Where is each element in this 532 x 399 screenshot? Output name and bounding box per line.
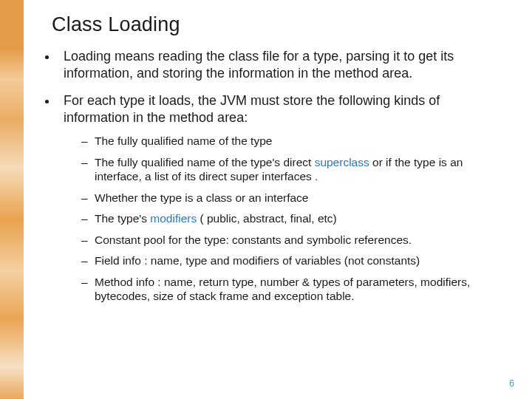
- sub-bullet-text: The fully qualified name of the type: [95, 134, 272, 147]
- sub-bullet-item: The type's modifiers ( public, abstract,…: [81, 211, 507, 226]
- sub-bullet-item: The fully qualified name of the type's d…: [81, 155, 507, 184]
- bullet-text: For each type it loads, the JVM must sto…: [64, 93, 440, 125]
- bullet-text: Loading means reading the class file for…: [64, 49, 454, 81]
- bullet-item: Loading means reading the class file for…: [58, 48, 507, 82]
- sub-bullet-text: The type's: [95, 212, 150, 225]
- slide: Class Loading Loading means reading the …: [0, 0, 532, 399]
- sub-bullet-item: Method info : name, return type, number …: [81, 275, 507, 304]
- sub-bullet-list: The fully qualified name of the type The…: [64, 134, 507, 304]
- sub-bullet-text: The fully qualified name of the type's d…: [95, 156, 315, 168]
- slide-title: Class Loading: [52, 13, 507, 36]
- sub-bullet-item: Field info : name, type and modifiers of…: [81, 253, 507, 268]
- sub-bullet-text: Constant pool for the type: constants an…: [95, 233, 412, 246]
- sub-bullet-text: Method info : name, return type, number …: [95, 276, 470, 303]
- bullet-item: For each type it loads, the JVM must sto…: [58, 92, 507, 304]
- sub-bullet-item: The fully qualified name of the type: [81, 134, 507, 149]
- sub-bullet-item: Whether the type is a class or an interf…: [81, 191, 507, 205]
- page-number: 6: [509, 378, 514, 389]
- keyword-superclass: superclass: [315, 156, 369, 168]
- keyword-modifiers: modifiers: [150, 212, 197, 225]
- bullet-list: Loading means reading the class file for…: [43, 48, 507, 304]
- sub-bullet-item: Constant pool for the type: constants an…: [81, 233, 507, 248]
- slide-content: Class Loading Loading means reading the …: [24, 0, 532, 399]
- sub-bullet-text: Whether the type is a class or an interf…: [95, 191, 308, 204]
- sub-bullet-text: Field info : name, type and modifiers of…: [95, 254, 420, 267]
- decorative-sidebar: [0, 0, 24, 399]
- sub-bullet-text: ( public, abstract, final, etc): [197, 212, 337, 225]
